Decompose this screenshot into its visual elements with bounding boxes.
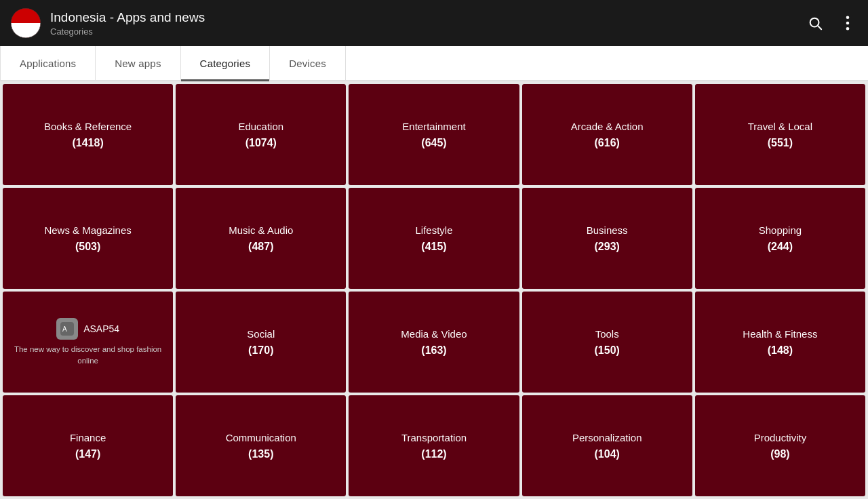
category-count: (551): [768, 137, 793, 149]
tab-categories[interactable]: Categories: [181, 46, 271, 80]
category-item[interactable]: Personalization (104): [522, 395, 692, 496]
category-count: (244): [768, 241, 793, 253]
category-name: Personalization: [567, 431, 648, 445]
category-name: Media & Video: [395, 327, 472, 341]
tab-new-apps[interactable]: New apps: [96, 46, 180, 80]
ad-cell[interactable]: A ASAP54 The new way to discover and sho…: [3, 292, 173, 393]
category-item[interactable]: Books & Reference (1418): [3, 84, 173, 185]
app-subtitle: Categories: [50, 26, 806, 37]
tab-devices[interactable]: Devices: [270, 46, 346, 80]
category-count: (148): [768, 344, 793, 357]
ad-app-icon: A: [56, 318, 78, 340]
category-name: Business: [581, 224, 633, 237]
category-name: Shopping: [753, 224, 807, 237]
category-item[interactable]: Media & Video (163): [349, 292, 519, 393]
category-item[interactable]: Health & Fitness (148): [695, 292, 865, 393]
category-name: Transportation: [396, 431, 472, 445]
app-title: Indonesia - Apps and news: [50, 10, 806, 25]
category-item[interactable]: Music & Audio (487): [176, 188, 346, 289]
svg-text:A: A: [62, 325, 67, 333]
category-count: (147): [75, 448, 100, 460]
category-count: (1074): [245, 137, 277, 149]
category-count: (98): [770, 448, 789, 460]
category-item[interactable]: Productivity (98): [695, 395, 865, 496]
category-count: (645): [421, 137, 446, 149]
tab-applications[interactable]: Applications: [0, 46, 96, 80]
category-count: (112): [421, 448, 446, 460]
category-item[interactable]: Business (293): [522, 188, 692, 289]
category-item[interactable]: Education (1074): [176, 84, 346, 185]
search-icon[interactable]: [806, 14, 825, 33]
category-count: (104): [595, 448, 620, 460]
category-count: (163): [421, 344, 446, 357]
category-name: Social: [241, 327, 280, 341]
ad-title: ASAP54: [83, 323, 119, 334]
category-count: (135): [248, 448, 273, 460]
category-item[interactable]: News & Magazines (503): [3, 188, 173, 289]
ad-description: The new way to discover and shop fashion…: [11, 344, 165, 365]
category-name: Entertainment: [397, 120, 471, 134]
category-count: (1418): [72, 137, 103, 149]
category-item[interactable]: Travel & Local (551): [695, 84, 865, 185]
category-item[interactable]: Tools (150): [522, 292, 692, 393]
category-item[interactable]: Lifestyle (415): [349, 188, 519, 289]
more-options-icon[interactable]: [838, 14, 857, 33]
category-name: Books & Reference: [39, 120, 137, 134]
category-name: News & Magazines: [39, 224, 136, 237]
svg-point-4: [846, 16, 850, 19]
category-item[interactable]: Transportation (112): [349, 395, 519, 496]
category-count: (487): [248, 241, 273, 253]
category-name: Arcade & Action: [566, 120, 649, 134]
category-item[interactable]: Finance (147): [3, 395, 173, 496]
category-grid: Books & Reference (1418) Education (1074…: [0, 81, 868, 499]
category-item[interactable]: Social (170): [176, 292, 346, 393]
category-count: (616): [595, 137, 620, 149]
category-name: Finance: [64, 431, 111, 445]
category-name: Communication: [220, 431, 302, 445]
category-item[interactable]: Communication (135): [176, 395, 346, 496]
svg-line-3: [818, 26, 821, 29]
category-name: Health & Fitness: [737, 327, 823, 341]
category-count: (415): [421, 241, 446, 253]
country-flag: [11, 8, 41, 38]
category-count: (503): [75, 241, 100, 253]
app-header: Indonesia - Apps and news Categories: [0, 0, 868, 46]
category-item[interactable]: Shopping (244): [695, 188, 865, 289]
category-count: (293): [595, 241, 620, 253]
svg-point-5: [846, 22, 850, 25]
category-name: Education: [233, 120, 289, 134]
category-count: (170): [248, 344, 273, 357]
category-item[interactable]: Arcade & Action (616): [522, 84, 692, 185]
category-name: Productivity: [749, 431, 812, 445]
category-name: Tools: [590, 327, 625, 341]
category-count: (150): [595, 344, 620, 357]
header-actions: [806, 14, 857, 33]
category-name: Music & Audio: [223, 224, 298, 237]
svg-point-6: [846, 27, 850, 31]
ad-header: A ASAP54: [56, 318, 119, 340]
category-item[interactable]: Entertainment (645): [349, 84, 519, 185]
nav-tabs: Applications New apps Categories Devices: [0, 46, 868, 81]
category-name: Travel & Local: [743, 120, 818, 134]
header-text: Indonesia - Apps and news Categories: [50, 10, 806, 37]
category-name: Lifestyle: [410, 224, 458, 237]
